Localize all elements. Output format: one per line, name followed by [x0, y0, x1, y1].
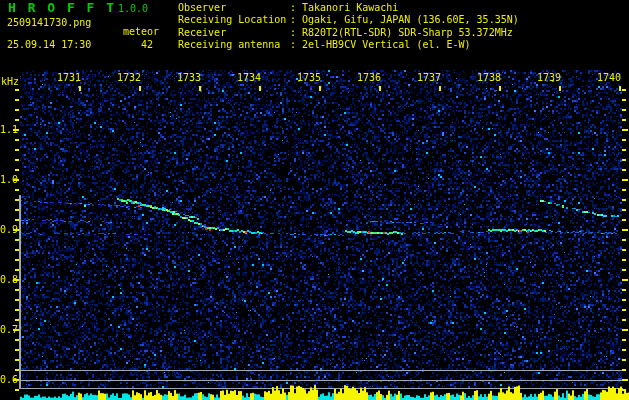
station-row: Observer:Takanori Kawachi: [178, 2, 519, 14]
time-tick-label: 1735: [296, 72, 322, 83]
station-row-label: Receiving antenna: [178, 39, 290, 50]
echo-count: 42: [141, 39, 153, 50]
app-title: H R O F F T: [8, 2, 116, 13]
station-row-value: Takanori Kawachi: [302, 2, 398, 13]
station-row-label: Receiver: [178, 27, 290, 38]
hrofft-output-image: H R O F F T 1.0.0 2509141730.png meteor …: [0, 0, 629, 400]
station-row-colon: :: [290, 2, 302, 13]
time-tick-label: 1731: [56, 72, 82, 83]
app-version: 1.0.0: [118, 3, 148, 14]
datetime-label: 25.09.14 17:30: [7, 39, 91, 50]
mode-label: meteor: [123, 26, 159, 37]
station-info: Observer:Takanori KawachiReceiving Locat…: [178, 2, 519, 52]
time-tick-label: 1733: [176, 72, 202, 83]
station-row-label: Observer: [178, 2, 290, 13]
freq-tick-label: 0.7: [0, 324, 17, 335]
time-tick-label: 1736: [356, 72, 382, 83]
station-row-label: Receiving Location: [178, 14, 290, 25]
station-row-colon: :: [290, 14, 302, 25]
freq-tick-label: 0.6: [0, 374, 17, 385]
freq-tick-label: 1.1: [0, 124, 17, 135]
freq-tick-label: 0.9: [0, 224, 17, 235]
time-tick-label: 1737: [416, 72, 442, 83]
time-tick-label: 1739: [536, 72, 562, 83]
freq-tick-label: 1.0: [0, 174, 17, 185]
station-row-value: R820T2(RTL-SDR) SDR-Sharp 53.372MHz: [302, 27, 513, 38]
station-row-colon: :: [290, 27, 302, 38]
time-tick-label: 1740: [596, 72, 622, 83]
time-tick-label: 1732: [116, 72, 142, 83]
output-filename: 2509141730.png: [7, 17, 91, 28]
station-row-colon: :: [290, 39, 302, 50]
station-row-value: 2el-HB9CV Vertical (el. E-W): [302, 39, 471, 50]
time-tick-label: 1738: [476, 72, 502, 83]
station-row: Receiving Location:Ogaki, Gifu, JAPAN (1…: [178, 14, 519, 26]
freq-axis-unit: kHz: [1, 76, 19, 87]
spectrogram-canvas: [0, 0, 629, 400]
time-tick-label: 1734: [236, 72, 262, 83]
station-row: Receiver:R820T2(RTL-SDR) SDR-Sharp 53.37…: [178, 27, 519, 39]
station-row: Receiving antenna:2el-HB9CV Vertical (el…: [178, 39, 519, 51]
freq-tick-label: 0.8: [0, 274, 17, 285]
station-row-value: Ogaki, Gifu, JAPAN (136.60E, 35.35N): [302, 14, 519, 25]
